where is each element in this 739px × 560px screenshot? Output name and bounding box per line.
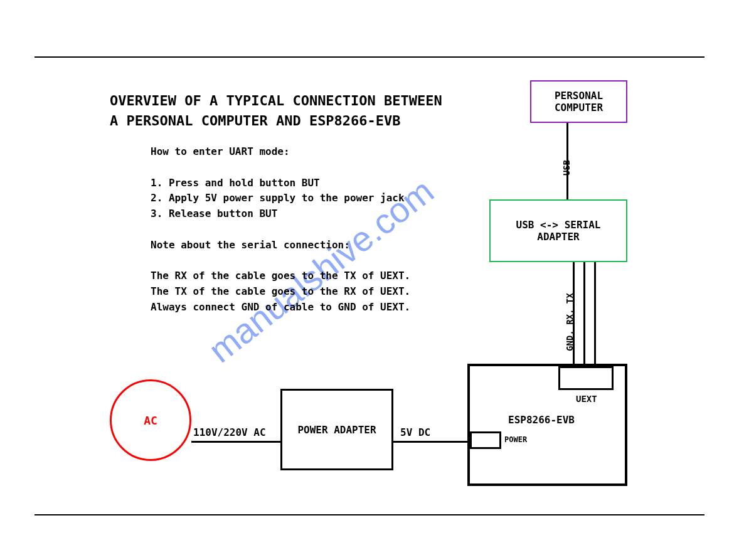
uart-step-1: 1. Press and hold button BUT — [151, 177, 320, 189]
power-adapter-block: POWER ADAPTER — [280, 389, 393, 470]
ac-source-block: AC — [110, 379, 191, 461]
ac-connection-label: 110V/220V AC — [193, 426, 266, 438]
pc-label: PERSONAL COMPUTER — [555, 90, 603, 114]
serial-line-rx — [583, 262, 585, 367]
power-port — [470, 431, 501, 449]
ac-label: AC — [144, 414, 157, 427]
usb-serial-label: USB <-> SERIAL ADAPTER — [516, 219, 601, 243]
diagram-title: OVERVIEW OF A TYPICAL CONNECTION BETWEEN… — [110, 91, 442, 131]
serial-note-heading: Note about the serial connection: — [151, 239, 350, 251]
serial-lines-label: GND, RX, TX — [565, 293, 575, 351]
uart-heading: How to enter UART mode: — [151, 145, 290, 157]
uart-step-3: 3. Release button BUT — [151, 208, 277, 219]
power-adapter-label: POWER ADAPTER — [297, 424, 376, 436]
uext-port — [558, 366, 614, 390]
uext-label: UEXT — [576, 394, 597, 404]
dc-connection-label: 5V DC — [400, 426, 430, 438]
usb-connection-label: USB — [561, 160, 572, 176]
divider-bottom — [35, 514, 704, 515]
personal-computer-block: PERSONAL COMPUTER — [530, 80, 627, 123]
instructions-block: How to enter UART mode: 1. Press and hol… — [151, 144, 410, 315]
serial-note-2: The TX of the cable goes to the RX of UE… — [151, 285, 410, 297]
serial-line-tx — [594, 262, 596, 367]
serial-note-3: Always connect GND of cable to GND of UE… — [151, 301, 410, 313]
evb-label: ESP8266-EVB — [508, 414, 575, 426]
dc-connection-line — [393, 441, 470, 443]
title-line-1: OVERVIEW OF A TYPICAL CONNECTION BETWEEN — [110, 93, 442, 108]
ac-connection-line — [191, 441, 280, 443]
title-line-2: A PERSONAL COMPUTER AND ESP8266-EVB — [110, 113, 401, 129]
usb-serial-adapter-block: USB <-> SERIAL ADAPTER — [489, 199, 627, 262]
serial-note-1: The RX of the cable goes to the TX of UE… — [151, 270, 410, 282]
uart-step-2: 2. Apply 5V power supply to the power ja… — [151, 192, 405, 204]
power-port-label: POWER — [504, 435, 527, 444]
divider-top — [35, 56, 704, 58]
